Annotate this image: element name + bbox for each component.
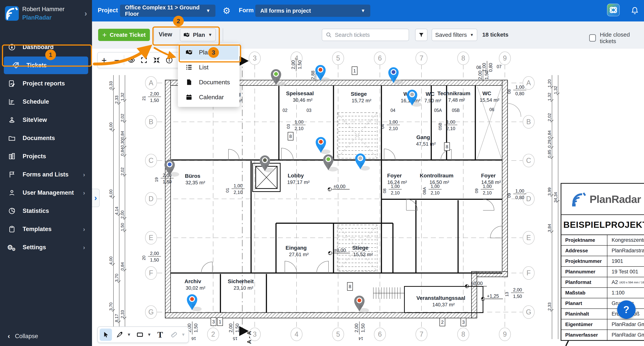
dimension-label: 3,70: [108, 303, 113, 311]
settings-icon: ⚙⚙: [8, 243, 16, 252]
svg-text:D: D: [526, 195, 531, 203]
room-label: Gang47,51 m²: [416, 134, 436, 147]
search-tickets-field[interactable]: [322, 29, 409, 41]
svg-text:30,46 m²: 30,46 m²: [293, 97, 312, 103]
planradar-logo-icon: [5, 6, 19, 21]
sidebar-item-schedule[interactable]: Schedule: [0, 93, 92, 110]
view-menu-item-calendar[interactable]: Calendar: [178, 90, 240, 105]
ticket-pin[interactable]: [316, 137, 330, 154]
room-label: Veranstaltungssaal140,37 m²: [416, 295, 465, 308]
text-tool[interactable]: T: [154, 329, 166, 341]
sidebar-item-settings[interactable]: ⚙⚙ Settings ›: [0, 239, 92, 256]
titleblock-row-value: PlanRadar GmbH: [608, 319, 644, 330]
shape-tool[interactable]: [134, 329, 146, 341]
titleblock-row: Projektname Kongresszentrum: [562, 235, 644, 246]
view-menu-item-list[interactable]: List: [178, 60, 240, 75]
sidebar-item-tickets[interactable]: Tickets: [4, 56, 88, 74]
svg-text:Lobby: Lobby: [288, 173, 304, 179]
checkbox-unchecked-icon[interactable]: [589, 34, 596, 41]
dimension-label: 0,33: [108, 81, 113, 89]
ticket-pin[interactable]: [315, 65, 330, 82]
visibility-eye-icon[interactable]: [125, 53, 138, 67]
measure-tool[interactable]: [168, 329, 180, 341]
titleblock-brand: PlanRadar: [590, 193, 641, 205]
svg-text:3: 3: [253, 330, 257, 338]
fullscreen-icon[interactable]: [138, 53, 150, 67]
dimension-label: 0,84: [120, 148, 125, 156]
chevron-right-icon: ›: [83, 189, 85, 196]
svg-text:3: 3: [462, 320, 464, 325]
ticket-pin[interactable]: [260, 155, 274, 172]
connect-app-icon[interactable]: [607, 3, 620, 16]
room-label: Stiege15,52 m²: [352, 245, 373, 257]
sidebar-item-forms-and-lists[interactable]: Forms and Lists ›: [0, 166, 92, 183]
statistics-icon: [8, 207, 16, 215]
sidebar-item-user-management[interactable]: User Management ›: [0, 184, 92, 202]
svg-text:Stiege: Stiege: [352, 245, 368, 251]
collapse-label: Collapse: [15, 333, 38, 340]
saved-filters-dropdown[interactable]: Saved filters ▼: [432, 29, 477, 41]
project-label: Project: [98, 7, 118, 14]
notifications-bell-icon[interactable]: [628, 4, 641, 17]
sidebar-item-project-reports[interactable]: Project reports: [0, 75, 92, 92]
door-tag: 06: [489, 107, 494, 112]
svg-text:C: C: [526, 157, 531, 164]
panel-expander[interactable]: ›: [92, 189, 100, 207]
file-icon: [185, 79, 193, 85]
sidebar-item-documents[interactable]: Documents: [0, 129, 92, 147]
sidebar-item-templates[interactable]: Templates ›: [0, 220, 92, 238]
select-cursor-tool[interactable]: [100, 329, 112, 341]
room-label: Kontrollraum16,50 m²: [420, 173, 454, 185]
plan-viewer: 2233445566778899AABBCCDDEEFFGG: [92, 48, 644, 346]
hide-closed-tickets-toggle[interactable]: Hide closed tickets: [589, 31, 644, 44]
svg-text:2,00: 2,00: [354, 324, 359, 333]
view-mode-dropdown[interactable]: Plan ▼: [180, 28, 216, 41]
fit-to-screen-icon[interactable]: [150, 53, 163, 67]
account-chevron-icon[interactable]: ›: [84, 9, 87, 18]
room-label: Foyer16,24 m²: [387, 173, 407, 185]
shape-tool-caret-icon[interactable]: ▼: [147, 332, 152, 337]
sidebar-item-label: Projects: [22, 153, 46, 160]
svg-text:1,00: 1,00: [516, 188, 524, 194]
sidebar-item-statistics[interactable]: Statistics: [0, 202, 92, 220]
svg-text:2,00: 2,00: [228, 324, 233, 333]
pen-tool-caret-icon[interactable]: ▼: [127, 332, 131, 337]
boxed-tag: 8: [288, 132, 293, 140]
ticket-pin[interactable]: [323, 154, 338, 171]
view-menu-item-label: Calendar: [199, 94, 224, 101]
level-marker: ±0,00: [328, 248, 350, 255]
collapse-button[interactable]: ‹ Collapse: [8, 332, 38, 340]
plan-info-icon[interactable]: [163, 53, 176, 67]
create-ticket-button[interactable]: + Create Ticket: [98, 29, 150, 41]
dimension-pair: 2,001,5014: [354, 322, 366, 341]
project-selector[interactable]: Office Complex 11 > Ground Floor ▼: [120, 4, 216, 17]
svg-text:16,24 m²: 16,24 m²: [387, 179, 407, 185]
measure-tool-caret-icon[interactable]: ▼: [181, 332, 186, 337]
sidebar-item-siteview[interactable]: SiteView: [0, 111, 92, 129]
sidebar-item-projects[interactable]: Projects: [0, 148, 92, 165]
project-settings-gear-icon[interactable]: ⚙: [220, 4, 233, 17]
svg-text:+1,25: +1,25: [487, 293, 499, 299]
svg-text:Technikraum: Technikraum: [438, 90, 470, 96]
dimension-label: 2,00: [120, 211, 125, 219]
ticket-pin[interactable]: [187, 294, 202, 311]
svg-text:Kontrollraum: Kontrollraum: [420, 173, 454, 179]
pen-tool[interactable]: [114, 329, 126, 341]
search-input[interactable]: [334, 32, 398, 38]
sidebar-item-label: Schedule: [22, 98, 49, 105]
svg-text:1: 1: [353, 68, 356, 73]
titleblock-row-label: Planinhalt: [562, 309, 608, 319]
svg-text:Büros: Büros: [185, 173, 200, 179]
ticket-pin[interactable]: [354, 296, 369, 313]
svg-text:23,10 m²: 23,10 m²: [234, 285, 254, 291]
form-selector[interactable]: All forms in project ▼: [255, 4, 370, 17]
help-button[interactable]: ?: [617, 300, 636, 319]
filter-button[interactable]: [415, 29, 428, 41]
dimension-label: 8,17: [114, 314, 119, 322]
zoom-out-button[interactable]: −: [110, 53, 123, 67]
titleblock-row-value: 1:100: [608, 288, 644, 298]
view-menu-item-documents[interactable]: Documents: [178, 75, 240, 90]
svg-text:16: 16: [192, 336, 196, 341]
ticket-pin[interactable]: [355, 153, 370, 171]
zoom-in-button[interactable]: +: [98, 53, 110, 67]
